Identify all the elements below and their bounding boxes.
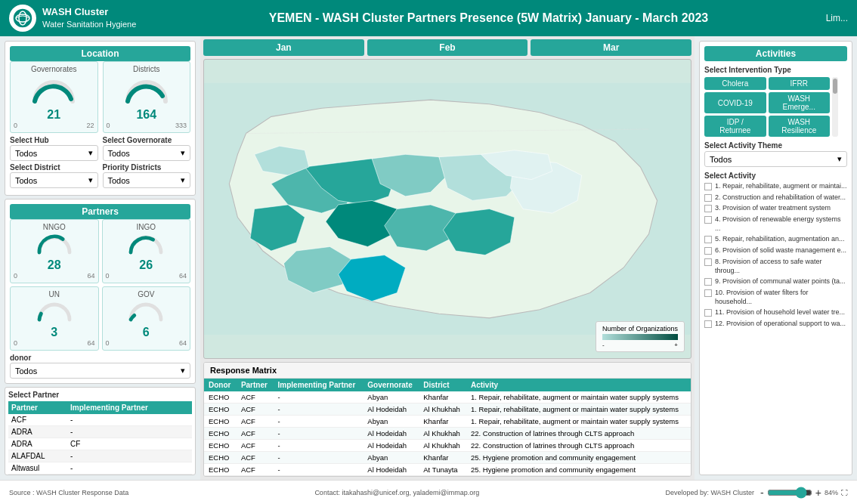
legend-title: Number of Organizations [602, 325, 678, 332]
scrollbar-thumb [833, 79, 837, 94]
un-count: 3 [14, 326, 95, 339]
partners-section: Partners NNGO 28 0 64 INGO [5, 199, 196, 384]
activity-theme-label: Select Activity Theme [704, 141, 847, 150]
list-item[interactable]: 12. Provision of operational support to … [704, 320, 847, 329]
chevron-down-icon: ▾ [88, 148, 93, 158]
intervention-button[interactable]: Cholera [704, 77, 766, 90]
activities-header: Activities [704, 46, 847, 61]
response-matrix: Response Matrix DonorPartnerImplementing… [203, 362, 691, 477]
zoom-plus-button[interactable]: + [815, 487, 821, 499]
nngo-count: 28 [14, 258, 95, 272]
intervention-button[interactable]: COVID-19 [704, 92, 766, 113]
footer-developed: Developed by: WASH Cluster [665, 489, 754, 496]
response-matrix-title: Response Matrix [204, 363, 691, 379]
activity-checkbox[interactable] [704, 309, 712, 317]
header: WASH Cluster Water Sanitation Hygiene YE… [0, 0, 857, 36]
table-row: ECHO ACF - Al Hodeidah Al Khukhah 22. Co… [204, 440, 691, 452]
partner-table-section: Select Partner Partner Implementing Part… [5, 387, 196, 475]
intervention-button[interactable]: WASH Resilience [769, 116, 831, 137]
brand-sub: Water Sanitation Hygiene [42, 19, 136, 29]
un-box: UN 3 0 64 [10, 286, 99, 351]
activity-theme-dropdown[interactable]: Todos ▾ [704, 151, 847, 167]
select-activity-label: Select Activity [704, 172, 847, 180]
scrollbar[interactable] [832, 77, 838, 137]
list-item[interactable]: 6. Provision of solid waste management e… [704, 246, 847, 255]
intervention-type-label: Select Intervention Type [704, 66, 847, 74]
chevron-down-icon: ▾ [837, 154, 842, 164]
governorates-count: 21 [14, 108, 94, 122]
donor-dropdown[interactable]: Todos ▾ [10, 363, 190, 379]
intervention-button[interactable]: IDP / Returnee [704, 116, 766, 137]
list-item[interactable]: 9. Provision of communal water points (t… [704, 277, 847, 286]
page-title: YEMEN - WASH Cluster Partners Presence (… [151, 11, 825, 25]
hub-value: Todos [15, 149, 37, 158]
logo-icon [12, 8, 33, 29]
list-item[interactable]: 11. Provision of household level water t… [704, 308, 847, 317]
list-item[interactable]: 8. Provision of access to safe water thr… [704, 258, 847, 275]
legend-max: + [674, 342, 678, 348]
zoom-level: 84% [825, 489, 838, 496]
activity-checkbox[interactable] [704, 236, 712, 243]
districts-label: Districts [107, 65, 187, 73]
activity-checkbox[interactable] [704, 247, 712, 255]
fullscreen-icon[interactable]: ⛶ [841, 489, 848, 496]
activity-checkbox[interactable] [704, 320, 712, 328]
gov-value: Todos [108, 149, 130, 158]
list-item[interactable]: 5. Repair, rehabilitation, augmentation … [704, 235, 847, 244]
footer: Source : WASH Cluster Response Data Cont… [0, 480, 857, 504]
list-item[interactable]: 10. Provision of water filters for house… [704, 289, 847, 306]
intervention-button[interactable]: WASH Emerge... [769, 92, 831, 113]
select-partner-label: Select Partner [8, 391, 192, 399]
month-tab[interactable]: Jan [203, 39, 364, 56]
left-panel: Location Governorates 21 0 22 Districts [0, 36, 200, 480]
table-row: ADRACF [8, 438, 192, 450]
activity-label: 3. Provision of water treatment system [715, 204, 831, 213]
activity-checkbox[interactable] [704, 216, 712, 224]
list-item[interactable]: 4. Provision of renewable energy systems… [704, 215, 847, 233]
nngo-label: NNGO [14, 223, 95, 231]
header-right-text[interactable]: Lim... [826, 13, 848, 23]
activity-checkbox[interactable] [704, 194, 712, 202]
activity-checkbox[interactable] [704, 289, 712, 297]
legend-min: - [602, 342, 605, 348]
chevron-down-icon: ▾ [181, 366, 185, 376]
activity-checkbox[interactable] [704, 278, 712, 286]
month-tab[interactable]: Mar [531, 39, 691, 56]
activities-section: Activities Select Intervention Type Chol… [699, 41, 852, 475]
governorates-gauge [27, 75, 80, 105]
dist-max: 333 [175, 122, 187, 129]
month-tab[interactable]: Feb [367, 39, 528, 56]
select-hub-label: Select Hub [10, 136, 98, 144]
table-row: ECHO ACF - Al Hodeidah Al Khukhah 1. Rep… [204, 404, 691, 416]
list-item[interactable]: 2. Construction and rehabilitation of wa… [704, 193, 847, 203]
table-row: ECHO ACF - Abyan Khanfar 25. Hygiene pro… [204, 452, 691, 464]
partners-header: Partners [10, 204, 190, 219]
impl-col-header: Implementing Partner [67, 401, 192, 414]
list-item[interactable]: 3. Provision of water treatment system [704, 204, 847, 213]
zoom-minus-button[interactable]: - [760, 487, 764, 499]
activity-label: 11. Provision of household level water t… [715, 308, 845, 317]
gov-count: 6 [106, 326, 187, 339]
activity-checkbox[interactable] [704, 183, 712, 190]
governorates-box: Governorates 21 0 22 [10, 61, 98, 133]
ingo-label: INGO [106, 223, 187, 231]
select-district-label: Select District [10, 163, 98, 172]
zoom-controls: - + 84% ⛶ [760, 487, 848, 499]
hub-dropdown[interactable]: Todos ▾ [10, 145, 98, 161]
list-item[interactable]: 1. Repair, rehabilitate, augment or main… [704, 182, 847, 191]
intervention-button[interactable]: IFRR [769, 77, 831, 90]
priority-dropdown[interactable]: Todos ▾ [103, 172, 191, 188]
priority-districts-label: Priority Districts [103, 163, 191, 172]
footer-contact: Contact: itakahashi@unicef.org, yalademi… [314, 489, 479, 496]
zoom-slider[interactable] [767, 487, 812, 499]
map-legend: Number of Organizations - + [596, 321, 685, 352]
gov-dropdown[interactable]: Todos ▾ [103, 145, 191, 161]
activity-checkbox[interactable] [704, 205, 712, 212]
brand-text: WASH Cluster Water Sanitation Hygiene [42, 6, 136, 29]
activity-checkbox[interactable] [704, 258, 712, 266]
district-dropdown[interactable]: Todos ▾ [10, 172, 98, 188]
chevron-down-icon: ▾ [181, 148, 185, 158]
location-section: Location Governorates 21 0 22 Districts [5, 41, 196, 196]
activity-theme-value: Todos [710, 155, 732, 164]
activity-label: 6. Provision of solid waste management e… [715, 246, 846, 255]
